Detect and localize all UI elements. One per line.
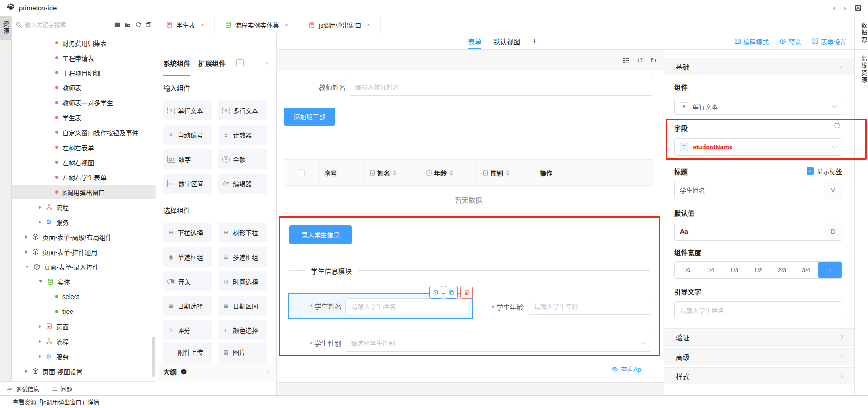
width-option-2-3[interactable]: 2/3 [770, 262, 794, 278]
tree-dropdown-palette-item[interactable]: ⊞树形下拉 [218, 223, 267, 242]
dropdown-select-palette-item[interactable]: ⊟下拉选择 [163, 223, 212, 242]
nav-forward-icon[interactable]: › [844, 4, 846, 12]
field-copy-button[interactable] [445, 286, 458, 299]
tree-expander-icon[interactable] [39, 280, 42, 283]
enter-student-info-button[interactable]: 录入学生信息 [289, 225, 352, 244]
tree-item-1[interactable]: 财务费用归集表 [12, 35, 156, 50]
date-range-palette-item[interactable]: ▦日期区间 [218, 296, 267, 316]
auto-number-palette-item[interactable]: #自动编号 [163, 125, 212, 145]
width-option-1-2[interactable]: 1/2 [746, 262, 770, 278]
tree-expander-icon[interactable] [25, 266, 29, 268]
tab-form[interactable]: 表单 [468, 33, 481, 49]
tree-item-23[interactable]: 页面-视图设置 [12, 364, 156, 379]
tree-item-22[interactable]: ⚙服务 [12, 349, 156, 364]
problems-button[interactable]: 问题 [51, 384, 72, 393]
number-palette-item[interactable]: 123数字 [163, 149, 212, 169]
tree-expander-icon[interactable] [39, 340, 41, 343]
nav-back-icon[interactable]: ‹ [833, 4, 835, 12]
section-collapsed-2[interactable]: 高级 [664, 348, 854, 365]
tree-item-14[interactable]: 页面-表单-高级/布局组件 [12, 229, 156, 244]
tree-item-8[interactable]: 左树右表单 [12, 140, 156, 155]
sort-icon[interactable] [393, 170, 396, 176]
folder-add-icon[interactable] [124, 21, 131, 28]
guide-text-input[interactable]: 请输入学生姓名 [675, 302, 842, 319]
student-gender-select[interactable]: 请选择学生性别 [345, 334, 651, 352]
tree-item-15[interactable]: 页面-表单-控件通用 [12, 244, 156, 259]
tree-expander-icon[interactable] [25, 250, 28, 254]
sort-icon[interactable] [449, 170, 453, 176]
width-option-1-6[interactable]: 1/6 [675, 262, 698, 278]
refresh-icon[interactable] [135, 21, 142, 28]
switch-palette-item[interactable]: 开关 [163, 271, 212, 291]
palette-tab-2[interactable]: 扩展组件 [198, 50, 226, 76]
field-refresh-icon[interactable] [833, 122, 840, 129]
add-monitor-button[interactable]: 添加班干部 [284, 108, 335, 126]
tree-expander-icon[interactable] [39, 205, 41, 209]
sidebar-scrollbar[interactable] [152, 337, 155, 377]
tree-expander-icon[interactable] [39, 355, 41, 358]
tree-expander-icon[interactable] [25, 235, 28, 239]
tree-item-16[interactable]: 页面-表单-录入控件 [12, 259, 156, 274]
tree-expander-icon[interactable] [25, 370, 28, 373]
tree-item-17[interactable]: 实体 [12, 274, 156, 289]
number-range-palette-item[interactable]: 1~3数字区间 [163, 174, 212, 194]
tree-item-11[interactable]: js调用弹出窗口 [12, 185, 156, 199]
save-icon[interactable] [854, 5, 862, 12]
field-delete-button[interactable] [460, 286, 473, 299]
search-input[interactable] [25, 21, 110, 28]
tree-item-3[interactable]: 工程项目明细 [12, 65, 156, 80]
tree-item-7[interactable]: 自定义窗口操作按钮及事件 [12, 125, 156, 140]
title-suffix-button[interactable]: V [824, 181, 842, 199]
preview-button[interactable]: 预览 [779, 37, 801, 46]
student-age-input[interactable]: 请输入学生年龄 [528, 298, 651, 315]
undo-icon[interactable]: ↺ [637, 56, 643, 65]
rating-palette-item[interactable]: ☆评分 [163, 320, 212, 340]
width-option-1-3[interactable]: 1/3 [722, 262, 746, 278]
palette-menu-icon[interactable]: ≡ [236, 59, 244, 66]
section-basic[interactable]: 基础 [664, 58, 854, 75]
tree-item-2[interactable]: 工程申请表 [12, 50, 156, 65]
tab-default-view[interactable]: 默认视图 [493, 33, 520, 49]
debug-info-button[interactable]: 调试信息 [6, 384, 39, 393]
view-api-link[interactable]: 查看Api [611, 365, 642, 374]
color-picker-palette-item[interactable]: ◐颜色选择 [218, 320, 267, 340]
teacher-name-input[interactable]: 请输入教师姓名 [349, 78, 653, 96]
date-picker-palette-item[interactable]: ▦日期选择 [163, 296, 212, 316]
counter-palette-item[interactable]: ±计数器 [218, 125, 267, 145]
tab-close-icon[interactable]: × [285, 21, 288, 28]
tree-item-19[interactable]: tree [12, 304, 156, 319]
width-option-1[interactable]: 1 [818, 262, 842, 278]
rail-tab-1[interactable]: 数据源 [855, 17, 868, 50]
radio-group-palette-item[interactable]: ◉单选框组 [163, 247, 212, 267]
palette-tab-1[interactable]: 系统组件 [163, 50, 190, 76]
default-value-suffix-button[interactable]: D [824, 223, 842, 240]
tree-item-10[interactable]: 左树右学生表单 [12, 170, 156, 185]
section-collapsed-1[interactable]: 验证 [664, 328, 854, 346]
checkbox-group-palette-item[interactable]: ☑多选框组 [218, 247, 267, 267]
tree-item-21[interactable]: 流程 [12, 334, 156, 349]
tab-close-icon[interactable]: × [201, 21, 204, 28]
code-mode-button[interactable]: 编码模式 [734, 37, 769, 46]
form-settings-button[interactable]: 表单设置 [812, 37, 846, 46]
tree-item-5[interactable]: 教师表一对多学生 [12, 95, 156, 110]
doc-tab-1[interactable]: 学生表× [156, 16, 215, 33]
width-option-1-4[interactable]: 1/4 [698, 262, 722, 278]
field-select[interactable]: T studentName [674, 138, 842, 156]
sort-icon[interactable] [506, 170, 509, 176]
redo-icon[interactable]: ↻ [651, 56, 656, 65]
image-palette-item[interactable]: ▨图片 [218, 342, 267, 362]
add-view-button[interactable]: + [532, 33, 537, 49]
tree-expander-icon[interactable] [39, 325, 41, 328]
tree-item-12[interactable]: 流程 [12, 199, 156, 214]
tree-item-18[interactable]: select [12, 289, 156, 304]
show-label-checkbox[interactable]: ✓ [807, 167, 814, 175]
chevron-down-icon[interactable] [264, 59, 269, 64]
show-label-option[interactable]: ✓ 显示标签 [664, 166, 842, 176]
single-line-text-palette-item[interactable]: A单行文本 [163, 100, 212, 120]
outline-toggle-icon[interactable] [623, 57, 630, 64]
tree-item-4[interactable]: 教师表 [12, 80, 156, 95]
tree-item-13[interactable]: ⚙服务 [12, 214, 156, 229]
select-all-checkbox[interactable] [298, 169, 305, 176]
width-option-3-4[interactable]: 3/4 [794, 262, 818, 278]
amount-palette-item[interactable]: ¥金额 [218, 149, 267, 169]
